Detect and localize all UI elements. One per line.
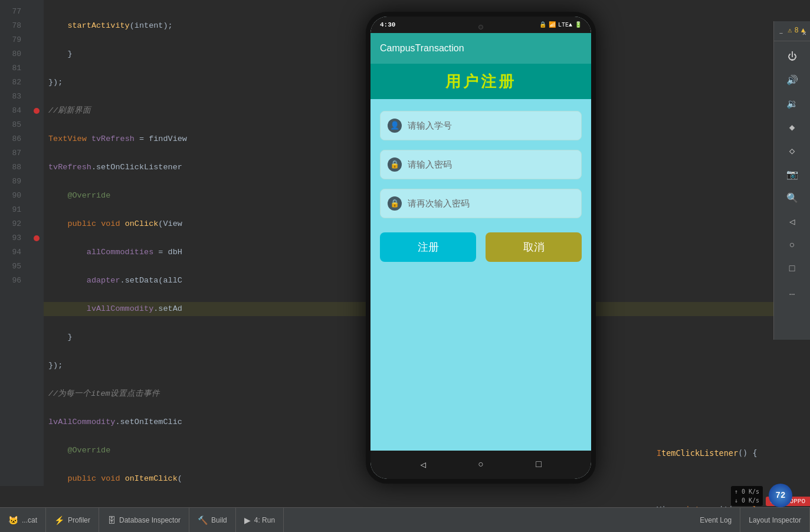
warning-badge: ⚠ 8 ▲	[788, 26, 805, 35]
back-tool-button[interactable]: ◁	[782, 211, 803, 232]
cancel-button[interactable]: 取消	[486, 232, 582, 262]
status-time: 4:30	[380, 21, 395, 28]
home-tool-button[interactable]: ○	[782, 235, 803, 256]
gutter	[29, 0, 44, 486]
registration-banner: 用户注册	[370, 64, 591, 99]
phone-container: 4:30 🔒 📶 LTE▲ 🔋 CampusTransaction 用户注册 👤	[366, 12, 602, 495]
confirm-password-field[interactable]: 🔒 请再次输入密码	[380, 189, 582, 218]
cat-icon: 🐱	[8, 515, 18, 525]
bottom-item-build[interactable]: 🔨 Build	[189, 508, 236, 532]
home-nav-button[interactable]: ○	[474, 458, 488, 472]
lock-icon: 🔒	[539, 21, 546, 28]
camera-tool-button[interactable]: 📷	[782, 164, 803, 185]
layout-inspector-label: Layout Inspector	[749, 516, 801, 524]
warning-icon: ⚠	[788, 26, 792, 35]
circle-badge-number: 72	[769, 484, 792, 507]
event-log-label: Event Log	[700, 516, 732, 524]
form-area: 👤 请输入学号 🔒 请输入密码 🔒 请再次输入密码 注册 取消	[370, 99, 591, 451]
signal-icon: 📶	[549, 21, 556, 28]
zoom-tool-button[interactable]: 🔍	[782, 188, 803, 209]
power-tool-button[interactable]: ⏻	[782, 46, 803, 67]
bottom-database-label: Database Inspector	[119, 516, 181, 524]
button-row: 注册 取消	[380, 232, 582, 262]
more-tool-button[interactable]: …	[782, 282, 803, 303]
network-down: ↓ 0 K/s	[734, 496, 759, 505]
bottom-bar: 🐱 ...cat ⚡ Profiler 🗄 Database Inspector…	[0, 507, 810, 532]
bottom-run-label: 4: Run	[254, 516, 275, 524]
erase-tool-button[interactable]: ◇	[782, 140, 803, 162]
minimize-button[interactable]: －	[778, 28, 785, 38]
circle-badge: 72	[769, 484, 792, 507]
bottom-item-run[interactable]: ▶ 4: Run	[236, 508, 284, 532]
profiler-icon: ⚡	[54, 515, 64, 525]
bottom-item-layout-inspector[interactable]: Layout Inspector	[740, 508, 810, 532]
bottom-item-cat[interactable]: 🐱 ...cat	[0, 508, 46, 532]
network-overlay: ↑ 0 K/s ↓ 0 K/s	[731, 486, 763, 506]
right-panel: － ✕ ⚠ 8 ▲ ⏻ 🔊 🔉 ◆ ◇ 📷 🔍 ◁ ○ □ …	[773, 21, 810, 340]
run-icon: ▶	[244, 515, 251, 525]
phone-body: 4:30 🔒 📶 LTE▲ 🔋 CampusTransaction 用户注册 👤	[366, 12, 596, 484]
bottom-item-profiler[interactable]: ⚡ Profiler	[46, 508, 99, 532]
warning-count: 8	[795, 27, 799, 35]
phone-screen: 4:30 🔒 📶 LTE▲ 🔋 CampusTransaction 用户注册 👤	[370, 17, 591, 479]
breakpoint-93[interactable]	[29, 231, 44, 245]
bottom-item-event-log[interactable]: Event Log	[691, 508, 740, 532]
network-up: ↑ 0 K/s	[734, 487, 759, 496]
breakpoint-84[interactable]	[29, 104, 44, 118]
status-icons: 🔒 📶 LTE▲ 🔋	[539, 21, 582, 28]
app-bar: CampusTransaction	[370, 33, 591, 64]
back-nav-button[interactable]: ◁	[416, 458, 430, 472]
password-placeholder: 请输入密码	[408, 159, 452, 170]
square-tool-button[interactable]: □	[782, 258, 803, 280]
student-id-placeholder: 请输入学号	[408, 120, 452, 132]
password-icon: 🔒	[388, 157, 402, 172]
bottom-profiler-label: Profiler	[68, 516, 90, 524]
build-icon: 🔨	[198, 515, 208, 525]
banner-text: 用户注册	[445, 71, 516, 92]
recents-nav-button[interactable]: □	[532, 458, 546, 472]
bottom-cat-label: ...cat	[22, 516, 37, 524]
phone-camera	[478, 25, 483, 29]
confirm-password-icon: 🔒	[388, 196, 402, 211]
app-title: CampusTransaction	[380, 43, 464, 54]
shape-tool-button[interactable]: ◆	[782, 117, 803, 138]
volume-up-button[interactable]: 🔊	[782, 70, 803, 91]
database-icon: 🗄	[107, 515, 116, 525]
expand-icon[interactable]: ▲	[801, 27, 805, 35]
student-icon: 👤	[388, 119, 402, 133]
bottom-build-label: Build	[211, 516, 227, 524]
bottom-item-database[interactable]: 🗄 Database Inspector	[99, 508, 189, 532]
register-button[interactable]: 注册	[380, 232, 476, 262]
password-field[interactable]: 🔒 请输入密码	[380, 150, 582, 179]
confirm-password-placeholder: 请再次输入密码	[408, 198, 470, 209]
student-id-field[interactable]: 👤 请输入学号	[380, 111, 582, 140]
line-numbers: 77 78 79 80 81 82 83 84 85 86 87 88 89 9…	[0, 0, 29, 486]
lte-label: LTE▲	[558, 22, 572, 28]
phone-nav-bar: ◁ ○ □	[370, 451, 591, 479]
volume-down-button[interactable]: 🔉	[782, 93, 803, 114]
battery-icon: 🔋	[575, 21, 582, 28]
